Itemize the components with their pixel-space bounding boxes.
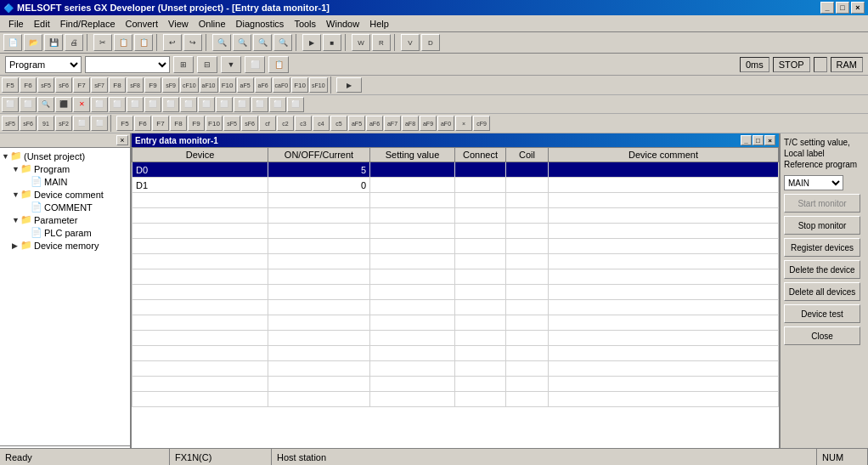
tb-l13[interactable]: F10 <box>219 77 236 93</box>
tb-find[interactable]: 🔍 <box>253 34 272 51</box>
tb-e6[interactable]: ⬜ <box>91 97 108 112</box>
tb-prog-btn1[interactable]: ⊞ <box>173 56 194 73</box>
tb-prog-btn3[interactable]: ⬜ <box>245 56 265 73</box>
tb-l3[interactable]: sF5 <box>37 77 54 93</box>
tb-l1[interactable]: F5 <box>2 77 19 93</box>
mdi-maximize[interactable]: □ <box>752 135 764 145</box>
tb-redo[interactable]: ↪ <box>183 34 202 51</box>
tb-l10[interactable]: sF9 <box>162 77 179 93</box>
table-row[interactable] <box>132 193 779 208</box>
tb-monitor-stop[interactable]: ■ <box>323 34 341 51</box>
tb-e1[interactable]: ⬜ <box>2 97 19 112</box>
tb-f16[interactable]: c2 <box>277 116 294 131</box>
tb-e10[interactable]: ⬜ <box>162 97 179 112</box>
tb-f12[interactable]: F10 <box>206 116 223 131</box>
tb-e11[interactable]: ⬜ <box>180 97 197 112</box>
tb-e15[interactable]: ⬜ <box>251 97 268 112</box>
tb-f3[interactable]: 91 <box>37 116 54 131</box>
tb-f11[interactable]: F9 <box>188 116 205 131</box>
table-row[interactable]: D0 5 <box>132 162 779 178</box>
tb-cut[interactable]: ✂ <box>93 34 112 51</box>
tree-item-main[interactable]: 📄 MAIN <box>2 175 128 188</box>
tree-item-plcparam[interactable]: 📄 PLC param <box>2 226 128 239</box>
program-dropdown[interactable]: Program <box>5 56 82 73</box>
mdi-minimize[interactable]: _ <box>741 135 752 145</box>
tb-f21[interactable]: aF6 <box>366 116 383 131</box>
start-monitor-button[interactable]: Start monitor <box>784 194 860 213</box>
tb-l6[interactable]: sF7 <box>91 77 108 93</box>
tb-l2[interactable]: F6 <box>20 77 37 93</box>
tree-item-project[interactable]: ▼ 📁 (Unset project) <box>2 150 128 162</box>
device-test-button[interactable]: Device test <box>784 304 860 323</box>
tb-write[interactable]: W <box>352 34 370 51</box>
right-panel-dropdown[interactable]: MAIN <box>784 175 843 190</box>
tb-e5[interactable]: ✕ <box>73 97 90 112</box>
program-name-dropdown[interactable] <box>85 56 170 73</box>
tb-zoom-in[interactable]: 🔍 <box>212 34 231 51</box>
tb-monitor-start[interactable]: ▶ <box>302 34 321 51</box>
tree-item-program[interactable]: ▼ 📁 Program <box>2 162 128 175</box>
tb-f4[interactable]: sF2 <box>55 116 72 131</box>
table-row[interactable] <box>132 331 779 346</box>
menu-online[interactable]: Online <box>194 17 231 31</box>
tb-f19[interactable]: c5 <box>330 116 347 131</box>
tb-l5[interactable]: F7 <box>73 77 90 93</box>
tb-undo[interactable]: ↩ <box>163 34 182 51</box>
menu-file[interactable]: File <box>3 17 29 31</box>
menu-window[interactable]: Window <box>321 17 364 31</box>
tb-filter[interactable]: ▼ <box>221 56 241 73</box>
table-row[interactable] <box>132 208 779 224</box>
tb-f1[interactable]: sF5 <box>2 116 19 131</box>
menu-diagnostics[interactable]: Diagnostics <box>231 17 290 31</box>
tb-e17[interactable]: ⬜ <box>287 97 304 112</box>
table-row[interactable] <box>132 315 779 331</box>
tb-e7[interactable]: ⬜ <box>109 97 126 112</box>
table-row[interactable]: D1 0 <box>132 178 779 193</box>
tb-f2[interactable]: sF6 <box>20 116 37 131</box>
tb-e3[interactable]: 🔍 <box>37 97 54 112</box>
tb-l8[interactable]: sF8 <box>127 77 144 93</box>
tb-l18[interactable]: sF10 <box>309 77 328 93</box>
tree-item-devcomment[interactable]: ▼ 📁 Device comment <box>2 188 128 201</box>
tb-diag[interactable]: D <box>421 34 440 51</box>
tb-f7[interactable]: F5 <box>116 116 133 131</box>
table-row[interactable] <box>132 392 779 407</box>
close-button[interactable]: × <box>851 2 865 14</box>
tb-f13[interactable]: sF5 <box>223 116 240 131</box>
tb-f15[interactable]: cf <box>259 116 276 131</box>
tree-item-parameter[interactable]: ▼ 📁 Parameter <box>2 213 128 226</box>
tb-copy[interactable]: 📋 <box>114 34 132 51</box>
tb-prog-btn4[interactable]: 📋 <box>268 56 289 73</box>
tb-l12[interactable]: aF10 <box>200 77 218 93</box>
tb-l17[interactable]: F10 <box>291 77 308 93</box>
tb-f26[interactable]: × <box>455 116 472 131</box>
menu-help[interactable]: Help <box>364 17 394 31</box>
tb-f5[interactable]: ⬜ <box>73 116 90 131</box>
table-row[interactable] <box>132 254 779 269</box>
minimize-button[interactable]: _ <box>820 2 834 14</box>
tb-f8[interactable]: F6 <box>134 116 151 131</box>
tb-find2[interactable]: 🔍 <box>273 34 292 51</box>
register-devices-button[interactable]: Register devices <box>784 238 860 257</box>
close-button-right[interactable]: Close <box>784 326 860 345</box>
tb-l4[interactable]: sF6 <box>55 77 72 93</box>
tb-f20[interactable]: aF5 <box>348 116 365 131</box>
table-row[interactable] <box>132 239 779 254</box>
table-row[interactable] <box>132 377 779 392</box>
tb-prog-btn2[interactable]: ⊟ <box>197 56 217 73</box>
tb-print[interactable]: 🖨 <box>65 34 83 51</box>
tb-new[interactable]: 📄 <box>3 34 22 51</box>
tb-f17[interactable]: c3 <box>295 116 312 131</box>
tb-open[interactable]: 📂 <box>24 34 42 51</box>
tb-f14[interactable]: sF6 <box>241 116 258 131</box>
tb-f9[interactable]: F7 <box>152 116 169 131</box>
tb-e9[interactable]: ⬜ <box>144 97 161 112</box>
tb-e8[interactable]: ⬜ <box>127 97 144 112</box>
tb-l9[interactable]: F9 <box>144 77 161 93</box>
tb-e2[interactable]: ⬜ <box>20 97 37 112</box>
tree-item-comment[interactable]: 📄 COMMENT <box>2 201 128 213</box>
tb-f23[interactable]: aF8 <box>402 116 419 131</box>
menu-find-replace[interactable]: Find/Replace <box>55 17 121 31</box>
delete-device-button[interactable]: Delete the device <box>784 260 860 279</box>
tb-l11[interactable]: cF10 <box>180 77 199 93</box>
